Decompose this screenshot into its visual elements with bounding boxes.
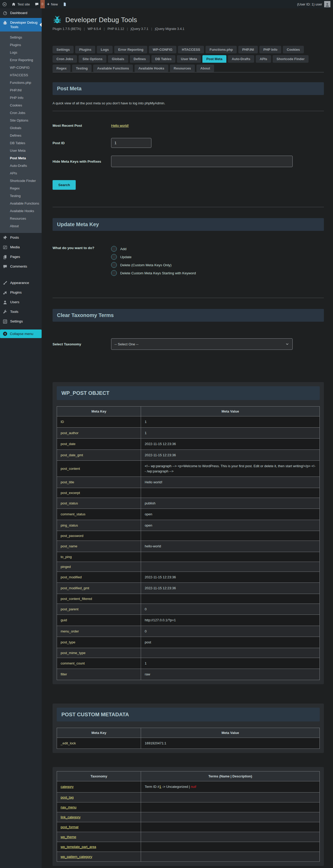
tab-cookies[interactable]: Cookies [283, 46, 304, 53]
submenu-item-post-meta[interactable]: Post Meta [0, 154, 42, 162]
hide-prefixes-input[interactable] [111, 156, 293, 167]
comments-bubble-icon[interactable] [32, 0, 40, 8]
submenu-item-defines[interactable]: Defines [0, 132, 42, 139]
tab-functions-php[interactable]: Functions.php [205, 46, 237, 53]
meta-value-cell [141, 648, 320, 658]
submenu-item-auto-drafts[interactable]: Auto-Drafts [0, 162, 42, 169]
submenu-item-logs[interactable]: Logs [0, 49, 42, 56]
tab-about[interactable]: About [196, 65, 214, 72]
submenu-item-cookies[interactable]: Cookies [0, 101, 42, 109]
tab-shortcode-finder[interactable]: Shortcode Finder [273, 55, 308, 63]
submenu-item-plugins[interactable]: Plugins [0, 41, 42, 49]
tab-globals[interactable]: Globals [108, 55, 128, 63]
taxonomy-link-post-tag[interactable]: post_tag [61, 795, 74, 799]
submenu-item-settings[interactable]: Settings [0, 34, 42, 41]
meta-value-cell [141, 562, 320, 571]
sidebar-item-posts[interactable]: Posts [0, 233, 42, 243]
tab-available-hooks[interactable]: Available Hooks [134, 65, 168, 72]
tab-user-meta[interactable]: User Meta [177, 55, 201, 63]
radio-button[interactable] [111, 246, 117, 252]
submenu-item-about[interactable]: About [0, 222, 42, 230]
submenu-item-globals[interactable]: Globals [0, 124, 42, 132]
terms-cell: Term ID #1 -> Uncategorized | null [141, 781, 320, 793]
account-menu-text[interactable]: (User ID: 1) user [297, 2, 322, 6]
submenu-item-php-ini[interactable]: PHP.INI [0, 86, 42, 94]
tab-settings[interactable]: Settings [53, 46, 74, 53]
submenu-item-db-tables[interactable]: DB Tables [0, 139, 42, 147]
submenu-item-error-reporting[interactable]: Error Reporting [0, 56, 42, 64]
sidebar-item-media[interactable]: Media [0, 243, 42, 252]
tab-resources[interactable]: Resources [170, 65, 195, 72]
submenu-item-regex[interactable]: Regex [0, 185, 42, 192]
tab-cron-jobs[interactable]: Cron Jobs [53, 55, 77, 63]
submenu-item-resources[interactable]: Resources [0, 215, 42, 222]
brush-icon [3, 281, 7, 285]
submenu-item-testing[interactable]: Testing [0, 192, 42, 199]
post-id-input[interactable] [111, 138, 152, 148]
submenu-item-cron-jobs[interactable]: Cron Jobs [0, 109, 42, 117]
submenu-item-htaccess[interactable]: HTACCESS [0, 71, 42, 79]
tab-plugins[interactable]: Plugins [75, 46, 95, 53]
table-row: wp_template_part_area [57, 842, 320, 851]
submenu-item-wp-config[interactable]: WP-CONFIG [0, 64, 42, 71]
submenu-item-apis[interactable]: APIs [0, 169, 42, 177]
taxonomy-link-wp-template-part-area[interactable]: wp_template_part_area [61, 845, 96, 849]
radio-button[interactable] [111, 270, 117, 276]
tab-htaccess[interactable]: HTACCESS [178, 46, 204, 53]
submenu-item-user-meta[interactable]: User Meta [0, 147, 42, 154]
meta-value-cell [141, 488, 320, 498]
sidebar-item-comments[interactable]: Comments [0, 262, 42, 272]
sidebar-item-tools[interactable]: Tools [0, 307, 42, 317]
taxonomy-link-post-format[interactable]: post_format [61, 825, 78, 829]
submenu-item-functions-php[interactable]: Functions.php [0, 79, 42, 86]
tab-available-functions[interactable]: Available Functions [93, 65, 133, 72]
tab-regex[interactable]: Regex [53, 65, 70, 72]
submenu-item-available-functions[interactable]: Available Functions [0, 199, 42, 207]
tab-testing[interactable]: Testing [72, 65, 92, 72]
sidebar: Dashboard W Developer Debug Tools Settin… [0, 8, 42, 868]
tab-db-tables[interactable]: DB Tables [152, 55, 176, 63]
tab-php-ini[interactable]: PHP.INI [238, 46, 258, 53]
sidebar-item-plugins[interactable]: Plugins [0, 288, 42, 298]
taxonomy-link-nav-menu[interactable]: nav_menu [61, 805, 76, 809]
debug-document-icon[interactable] [60, 0, 69, 8]
sidebar-item-pages[interactable]: Pages [0, 252, 42, 262]
collapse-menu-button[interactable]: Collapse menu [0, 330, 42, 338]
tab-apis[interactable]: APIs [256, 55, 271, 63]
comments-count-badge[interactable]: 0 [40, 0, 45, 8]
taxonomy-link-category[interactable]: category [61, 785, 74, 788]
taxonomy-link-wp-pattern-category[interactable]: wp_pattern_category [61, 855, 92, 859]
taxonomy-link-wp-theme[interactable]: wp_theme [61, 835, 76, 839]
wordpress-logo-icon[interactable]: W [0, 0, 9, 8]
new-content-button[interactable]: + New [45, 0, 60, 8]
taxonomy-link-link-category[interactable]: link_category [61, 815, 81, 819]
tab-wp-config[interactable]: WP-CONFIG [149, 46, 176, 53]
site-name-link[interactable]: Test site [9, 0, 32, 8]
avatar[interactable] [324, 1, 330, 7]
tab-logs[interactable]: Logs [97, 46, 113, 53]
radio-button[interactable] [111, 254, 117, 260]
radio-button[interactable] [111, 262, 117, 268]
meta-value-cell: 0 [141, 603, 320, 615]
tab-php-info[interactable]: PHP Info [259, 46, 281, 53]
version-separator: | [127, 27, 128, 31]
taxonomy-cell: category [57, 781, 141, 793]
sidebar-item-users[interactable]: Users [0, 298, 42, 307]
tab-error-reporting[interactable]: Error Reporting [114, 46, 147, 53]
tab-site-options[interactable]: Site Options [78, 55, 106, 63]
tab-post-meta[interactable]: Post Meta [202, 55, 226, 63]
sidebar-item-appearance[interactable]: Appearance [0, 278, 42, 288]
submenu-item-shortcode-finder[interactable]: Shortcode Finder [0, 177, 42, 185]
submenu-item-site-options[interactable]: Site Options [0, 117, 42, 124]
submenu-item-available-hooks[interactable]: Available Hooks [0, 207, 42, 215]
search-button[interactable]: Search [53, 180, 76, 190]
sidebar-item-settings[interactable]: Settings [0, 317, 42, 327]
submenu-item-php-info[interactable]: PHP Info [0, 94, 42, 101]
sidebar-item-developer-debug-tools[interactable]: W Developer Debug Tools [0, 18, 42, 31]
taxonomy-select[interactable]: -- Select One -- [111, 338, 293, 350]
sidebar-item-dashboard[interactable]: Dashboard [0, 8, 42, 18]
tab-defines[interactable]: Defines [130, 55, 150, 63]
term-id-link[interactable]: 1 [160, 785, 161, 788]
most-recent-post-link[interactable]: Hello world! [111, 124, 129, 127]
tab-auto-drafts[interactable]: Auto-Drafts [228, 55, 255, 63]
